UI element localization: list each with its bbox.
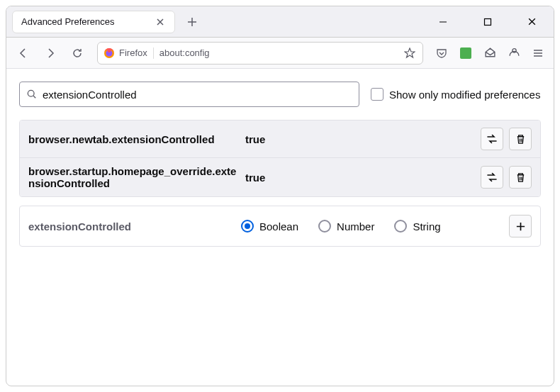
pref-table: browser.newtab.extensionControlled true … [19, 120, 541, 197]
window-controls [427, 11, 548, 33]
browser-tab[interactable]: Advanced Preferences [12, 11, 175, 33]
new-tab-button[interactable] [181, 11, 203, 33]
pref-row[interactable]: browser.startup.homepage_override.extens… [20, 157, 540, 196]
delete-button[interactable] [509, 128, 532, 150]
pref-actions [481, 166, 532, 189]
radio-label: Number [337, 220, 374, 233]
radio-icon [241, 220, 254, 233]
checkbox-icon [371, 88, 383, 101]
pref-value: true [241, 172, 481, 184]
toggle-button[interactable] [481, 128, 503, 150]
radio-string[interactable]: String [394, 220, 440, 233]
radio-number[interactable]: Number [318, 220, 374, 233]
radio-icon [318, 220, 331, 233]
url-text: about:config [154, 47, 403, 58]
search-icon [27, 89, 37, 99]
close-window-button[interactable] [516, 11, 548, 33]
svg-rect-0 [484, 18, 491, 25]
back-button[interactable] [12, 42, 35, 65]
add-button[interactable] [509, 215, 532, 237]
svg-point-3 [512, 49, 515, 52]
firefox-icon [103, 47, 115, 59]
new-pref-name: extensionControlled [28, 220, 241, 233]
extension-icon[interactable] [456, 43, 476, 63]
tab-title: Advanced Preferences [21, 16, 155, 27]
search-box[interactable] [19, 82, 359, 107]
radio-boolean[interactable]: Boolean [241, 220, 298, 233]
urlbar[interactable]: Firefox about:config [97, 42, 423, 65]
modified-only-checkbox[interactable]: Show only modified preferences [371, 88, 540, 101]
close-tab-icon[interactable] [155, 16, 166, 28]
toggle-button[interactable] [481, 166, 503, 189]
type-radio-group: Boolean Number String [241, 220, 509, 233]
pocket-icon[interactable] [432, 43, 452, 63]
identity-label: Firefox [119, 47, 147, 58]
search-row: Show only modified preferences [19, 82, 541, 107]
titlebar: Advanced Preferences [6, 6, 554, 38]
pref-name: browser.newtab.extensionControlled [28, 133, 241, 145]
pref-actions [481, 128, 532, 150]
reload-button[interactable] [66, 42, 89, 65]
radio-icon [394, 220, 407, 233]
toolbar: Firefox about:config [6, 38, 554, 69]
search-input[interactable] [43, 89, 352, 101]
pref-value: true [241, 133, 481, 145]
checkbox-label: Show only modified preferences [389, 89, 540, 101]
forward-button[interactable] [39, 42, 62, 65]
radio-label: Boolean [259, 220, 298, 233]
content-area: Show only modified preferences browser.n… [6, 69, 554, 259]
delete-button[interactable] [509, 166, 532, 189]
radio-label: String [413, 220, 440, 233]
minimize-button[interactable] [427, 11, 459, 33]
browser-window: Advanced Preferences [6, 6, 554, 386]
new-pref-row: extensionControlled Boolean Number Strin… [19, 206, 541, 247]
pref-row[interactable]: browser.newtab.extensionControlled true [20, 121, 540, 157]
mail-icon[interactable] [480, 43, 500, 63]
account-icon[interactable] [504, 43, 524, 63]
identity-box[interactable]: Firefox [103, 47, 154, 59]
pref-name: browser.startup.homepage_override.extens… [28, 165, 241, 189]
maximize-button[interactable] [471, 11, 503, 33]
bookmark-star-icon[interactable] [403, 46, 417, 60]
svg-point-4 [28, 90, 34, 96]
menu-icon[interactable] [528, 43, 548, 63]
